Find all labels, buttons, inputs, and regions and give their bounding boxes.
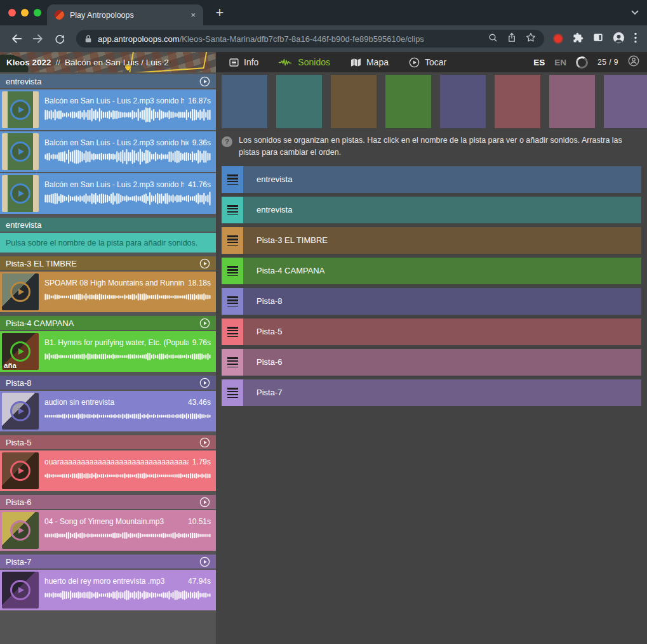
track-play-button[interactable] [199,497,210,508]
clip-thumbnail[interactable] [2,393,39,430]
clip[interactable]: audion sin entrevista43.46s [0,391,216,431]
tab-info[interactable]: Info [229,57,258,67]
recording-indicator-icon[interactable] [553,34,563,44]
clip-play-button[interactable] [10,100,30,120]
clip-play-button[interactable] [10,341,30,362]
extensions-puzzle-icon[interactable] [573,32,584,46]
track-header[interactable]: entrevista [0,74,216,88]
account-icon[interactable] [628,55,639,69]
drag-handle[interactable] [222,379,243,406]
bookmark-star-icon[interactable] [526,32,536,45]
clip-play-button[interactable] [10,141,30,162]
minimap-swatch-entrevista-1[interactable] [276,75,322,128]
drag-handle[interactable] [222,197,243,223]
lang-es-button[interactable]: ES [533,58,545,67]
track-header[interactable]: Pista-8 [0,376,216,390]
new-tab-button[interactable]: + [211,4,229,22]
track-play-button[interactable] [199,318,210,329]
back-button[interactable] [6,29,27,49]
drag-handle[interactable] [222,288,243,315]
clip[interactable]: SPOAMR 08 High Mountains and Running ...… [0,272,216,312]
clip[interactable]: añaB1. Hymns for purifying water, Etc. (… [0,331,216,372]
clip[interactable]: 04 - Song of Yimeng Mountain.mp310.51s [0,510,216,551]
sidebar-track-pista-6-6: Pista-604 - Song of Yimeng Mountain.mp31… [0,495,216,551]
track-row-bar[interactable]: Pista-5 [243,319,641,345]
clip-play-button[interactable] [10,520,30,541]
minimize-window-button[interactable] [21,9,29,16]
minimap-swatch-entrevista-0[interactable] [222,75,267,128]
browser-toolbar: app.antropoloops.com/Kleos-Santa-Marina/… [0,25,647,52]
fullscreen-window-button[interactable] [34,9,41,16]
track-play-button[interactable] [199,76,210,87]
track-play-button[interactable] [199,556,210,567]
track-row-bar[interactable]: Pista-6 [243,349,641,376]
clip-play-button[interactable] [10,461,30,481]
clip-thumbnail[interactable]: aña [2,333,39,370]
clip-thumbnail[interactable] [2,175,39,212]
drag-handle[interactable] [222,227,243,254]
clip[interactable]: Balcón en San Luis - Luis 2.mp3 sonido h… [0,173,216,214]
clip-thumbnail[interactable] [2,452,39,489]
reload-button[interactable] [50,29,70,49]
clip-thumbnail[interactable] [2,512,39,549]
track-play-button[interactable] [199,378,210,388]
clip[interactable]: ouaraaaaaaaaaaaaaaaaaaaaaaaaaaaaaaaaaaa.… [0,450,216,491]
close-window-button[interactable] [8,9,16,16]
clip-thumbnail[interactable] [2,273,39,310]
track-play-button[interactable] [199,258,210,269]
tab-list-chevron-icon[interactable] [631,10,639,15]
browser-tab[interactable]: Play Antropoloops × [47,4,203,25]
track-row-bar[interactable]: Pista-3 EL TIMBRE [243,227,641,254]
track-row-bar[interactable]: entrevista [243,166,641,193]
clip-body: B1. Hymns for purifying water, Etc. (Pop… [44,338,211,365]
play-triangle-icon [18,468,24,474]
forward-button[interactable] [28,29,48,49]
clip-thumbnail[interactable] [2,133,39,170]
browser-menu-kebab-icon[interactable] [634,32,637,46]
drag-handle[interactable] [222,319,243,345]
track-header[interactable]: Pista-4 CAMPANA [0,316,216,330]
clip-play-button[interactable] [10,401,30,421]
drag-handle[interactable] [222,258,243,284]
drag-handle[interactable] [222,349,243,376]
tab-sonidos[interactable]: Sonidos [279,57,330,67]
url-bar[interactable]: app.antropoloops.com/Kleos-Santa-Marina/… [76,30,544,48]
clip[interactable]: Balcón en San Luis - Luis 2.mp3 sonido h… [0,89,216,130]
project-name[interactable]: Kleos 2022 [6,58,51,67]
tab-tocar[interactable]: Tocar [409,57,446,68]
clip-thumbnail[interactable] [2,91,39,128]
profile-avatar[interactable] [613,32,625,46]
lang-en-button[interactable]: EN [554,58,566,67]
clip-play-button[interactable] [10,183,30,204]
track-row-bar[interactable]: Pista-8 [243,288,641,315]
track-header[interactable]: Pista-7 [0,555,216,568]
track-play-button[interactable] [199,437,210,448]
share-icon[interactable] [507,32,516,45]
minimap-swatch-pista-4-campana-3[interactable] [385,75,431,128]
side-panel-icon[interactable] [593,32,603,45]
close-tab-icon[interactable]: × [190,10,196,20]
track-row-bar[interactable]: Pista-4 CAMPANA [243,258,641,284]
zoom-page-icon[interactable] [488,33,498,45]
play-triangle-icon [18,190,24,197]
clip[interactable]: huerto del rey moro entrevista .mp347.94… [0,570,216,610]
track-row-bar[interactable]: entrevista [243,197,641,223]
drag-handle[interactable] [222,166,243,193]
minimap-swatch-pista-8-4[interactable] [440,75,486,128]
clip-play-button[interactable] [10,580,30,600]
header-right-cluster: ES EN 25 / 9 [533,55,647,69]
track-header[interactable]: entrevista [0,218,216,232]
minimap-swatch-pista-3-el-timbre-2[interactable] [331,75,377,128]
track-row-pista-3-el-timbre-2: Pista-3 EL TIMBRE [222,227,641,254]
track-header[interactable]: Pista-6 [0,495,216,509]
tab-mapa[interactable]: Mapa [350,57,389,67]
clip-play-button[interactable] [10,282,30,302]
clip-thumbnail[interactable] [2,572,39,608]
clip[interactable]: Balcón en San Luis - Luis 2.mp3 sonido h… [0,131,216,172]
minimap-swatch-pista-6-6[interactable] [549,75,595,128]
track-row-bar[interactable]: Pista-7 [243,379,641,406]
track-header[interactable]: Pista-3 EL TIMBRE [0,256,216,270]
track-header[interactable]: Pista-5 [0,435,216,449]
minimap-swatch-pista-5-5[interactable] [495,75,540,128]
minimap-swatch-pista-7-7[interactable] [604,75,647,128]
